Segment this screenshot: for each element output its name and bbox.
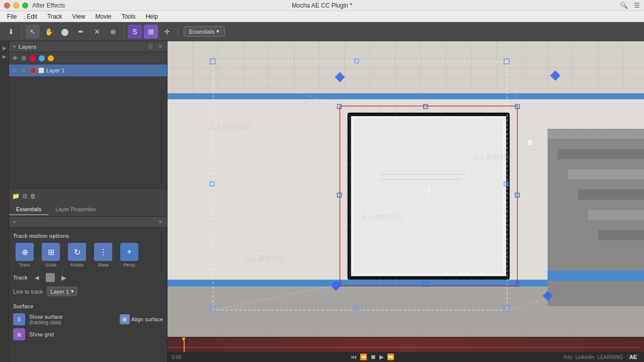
svg-rect-97 [563,159,644,169]
download-tool-button[interactable]: ⬇ [4,25,18,39]
viewport-canvas[interactable]: 人人素材社区 人人素材社区 人人素材社区 人人素材社区 [168,41,644,337]
left-sidebar-icon-1[interactable]: ▶ [2,45,7,51]
menu-help[interactable]: Help [141,12,162,21]
list-icon[interactable]: ☰ [634,2,640,9]
skew-icon: ⋮ [94,243,112,261]
left-sidebar-icons: ▶ ▶ [0,41,9,362]
circle-x-tool-button[interactable]: ⊗ [106,25,120,39]
link-track-row: Link to track Layer 1 ▾ [13,287,163,296]
svg-rect-100 [578,190,644,200]
close-button[interactable] [4,3,10,9]
timeline-skip-back-icon[interactable]: ⏮ [351,353,357,360]
layer-row[interactable]: 👁 ⚙ Layer 1 [9,64,167,76]
motion-rotate[interactable]: ↻ Rotate [65,243,89,267]
timeline-current-time: 0:00 [172,354,181,360]
tab-essentials[interactable]: Essentials [9,204,48,215]
pointer-tool-button[interactable]: ↖ [26,25,40,39]
timeline-learning-label: LEARNING [598,354,623,360]
link-track-select[interactable]: Layer 1 ▾ [47,287,77,296]
x-tool-button[interactable]: ✕ [90,25,104,39]
layers-gear-icon[interactable]: ⚙ [21,55,27,62]
toolbar-separator-1 [22,26,22,37]
main-layout: ▶ ▶ ▼ Layers ☰ ✕ 👁 ⚙ 👁 ⚙ Layer 1 [0,41,644,362]
svg-rect-102 [588,210,644,220]
svg-rect-106 [548,270,644,281]
track-panel-collapse-icon[interactable]: ▼ [12,220,17,225]
cross-tool-button[interactable]: ✛ [160,25,174,39]
properties-tabs: Essentials Layer Properties [9,203,167,217]
show-grid-row[interactable]: ⊞ Show grid [13,328,163,340]
timeline-ruler[interactable] [168,337,644,352]
track-panel-content: Track motion options ⊕ Trans ⊞ Scale ↻ R… [9,228,167,362]
layers-folder-icon[interactable]: 📁 [12,193,20,200]
timeline-ae-badge: AE [626,353,640,360]
layers-close-icon[interactable]: ✕ [156,43,164,50]
timeline-step-back-icon[interactable]: ⏪ [360,353,367,360]
align-surface-icon: ⊞ [120,314,130,324]
grid-tool-button[interactable]: ⊞ [144,25,158,39]
s-tool-button[interactable]: S [128,25,142,39]
timeline-step-forward-icon[interactable]: ⏩ [387,353,394,360]
hand-tool-button[interactable]: ✋ [42,25,56,39]
layers-toolbar: 👁 ⚙ [9,52,167,64]
motion-skew[interactable]: ⋮ Skew [92,243,115,267]
layer-eye-icon[interactable]: 👁 [12,68,19,73]
traffic-lights [4,3,28,9]
search-icon[interactable]: 🔍 [620,2,628,9]
track-play-button[interactable]: ▶ [59,273,69,283]
pen-tool-button[interactable]: ✒ [74,25,88,39]
timeline-play-icon[interactable]: ▶ [379,353,384,360]
link-track-label: Link to track [13,289,43,295]
svg-rect-94 [548,129,644,139]
tab-layer-properties[interactable]: Layer Properties [48,204,103,215]
toolbar-separator-3 [178,26,178,37]
trans-label: Trans [19,262,31,267]
menu-file[interactable]: File [3,12,21,21]
svg-rect-104 [598,230,644,240]
window-title: Mocha AE CC Plugin * [292,2,352,9]
layers-duplicate-icon[interactable]: ⧉ [23,193,27,200]
layers-eye-icon[interactable]: 👁 [12,55,18,62]
layers-panel-header: ▼ Layers ☰ ✕ [9,41,167,52]
layers-list: 👁 ⚙ Layer 1 [9,64,167,189]
layers-panel-title: Layers [19,44,144,50]
motion-trans[interactable]: ⊕ Trans [13,243,36,267]
persp-icon: + [120,243,138,261]
motion-scale[interactable]: ⊞ Scale [39,243,62,267]
menu-view[interactable]: View [68,12,90,21]
track-panel-header: ▼ ✕ [9,217,167,228]
menu-track[interactable]: Track [43,12,66,21]
track-panel-close-icon[interactable]: ✕ [156,218,164,226]
menu-tools[interactable]: Tools [117,12,139,21]
layers-menu-icon[interactable]: ☰ [146,43,154,50]
track-motion-section-title: Track motion options [13,233,163,239]
layers-color-yellow [48,55,54,61]
minimize-button[interactable] [13,3,19,9]
menu-movie[interactable]: Movie [91,12,115,21]
layers-collapse-icon[interactable]: ▼ [12,44,17,49]
track-stop-button[interactable] [46,273,55,282]
toolbar-separator-2 [124,26,124,37]
timeline-stop-icon[interactable]: ⏹ [370,353,376,360]
left-sidebar-icon-2[interactable]: ▶ [2,54,7,59]
svg-text:人人素材社区: 人人素材社区 [208,122,251,130]
persp-label: Persp [123,262,135,267]
title-bar: After Effects Mocha AE CC Plugin * 🔍 ☰ [0,0,644,11]
menu-edit[interactable]: Edit [23,12,41,21]
essentials-dropdown[interactable]: Essentials ▾ [184,26,225,37]
layer-gear-icon[interactable]: ⚙ [21,68,28,73]
show-surface-row[interactable]: S Show surface (tracking data) ⊞ Align s… [13,313,163,325]
track-backward-icon[interactable]: ◀ [32,273,42,283]
link-track-value: Layer 1 [50,289,69,295]
motion-persp[interactable]: + Persp [118,243,141,267]
align-surface-label[interactable]: ⊞ Align surface [120,314,163,324]
circle-tool-button[interactable]: ⬤ [58,25,72,39]
surface-section-title: Surface [13,303,163,309]
layers-bottom-toolbar: 📁 ⧉ 🗑 [9,189,167,203]
show-surface-sublabel: (tracking data) [29,320,63,325]
maximize-button[interactable] [22,3,28,9]
layers-delete-icon[interactable]: 🗑 [30,193,36,200]
surface-section: Surface S Show surface (tracking data) ⊞… [13,303,163,340]
timeline-key-label: Key [564,354,573,360]
rotate-label: Rotate [70,262,84,267]
